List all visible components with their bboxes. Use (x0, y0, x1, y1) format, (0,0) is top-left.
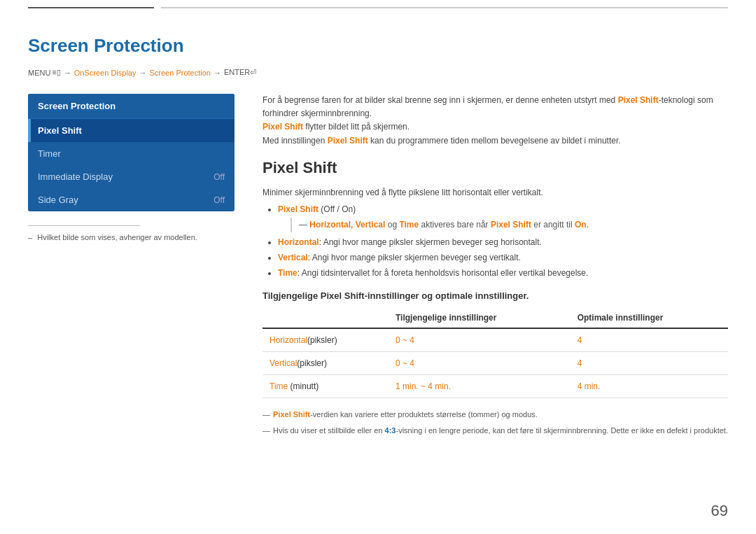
header-section: Screen Protection MENU ≡▯ → OnScreen Dis… (28, 35, 728, 87)
menu-item-immediate-label: Immediate Display (38, 171, 113, 182)
table-cell-time-available: 1 min. ~ 4 min. (388, 375, 570, 398)
section-title: Pixel Shift (262, 159, 728, 177)
sub-hl-ps: Pixel Shift (491, 220, 531, 230)
menu-item-sidegray-value: Off (214, 195, 225, 205)
footnote-section: ― Pixel Shift-verdien kan variere etter … (262, 408, 728, 440)
highlight-pixelshift-2: Pixel Shift (262, 122, 303, 132)
footnote-1: ― Pixel Shift-verdien kan variere etter … (262, 408, 728, 421)
bullet-item-vertical: Vertical: Angi hvor mange piksler skjerm… (278, 251, 728, 266)
enter-label: ENTER⏎ (224, 68, 256, 77)
hl-vertical: Vertical (270, 358, 297, 368)
table-row-vertical: Vertical(piksler) 0 ~ 4 4 (262, 352, 728, 375)
table-col-label (262, 308, 388, 328)
bullet-hl-time: Time (278, 268, 298, 278)
hl-time: Time (270, 381, 288, 391)
table-cell-horizontal-optimal: 4 (570, 328, 728, 352)
sub-hl-time: Time (399, 220, 419, 230)
fn-text-1: Pixel Shift-verdien kan variere etter pr… (273, 408, 538, 421)
fn-text-2: Hvis du viser et stillbilde eller en 4:3… (273, 424, 728, 437)
table-cell-vertical-label: Vertical(piksler) (262, 352, 388, 375)
fn-hl-43: 4:3 (385, 426, 396, 435)
table-cell-time-label: Time (minutt) (262, 375, 388, 398)
fn-dash-1: ― (262, 408, 270, 421)
highlight-pixelshift-3: Pixel Shift (328, 136, 368, 146)
table-title: Tilgjengelige Pixel Shift-innstillinger … (262, 290, 728, 301)
fn-dash-2: ― (262, 424, 270, 437)
page-container: Screen Protection MENU ≡▯ → OnScreen Dis… (28, 14, 728, 520)
table-row-horizontal: Horizontal(piksler) 0 ~ 4 4 (262, 328, 728, 352)
bullet-intro: Minimer skjerminnbrenning ved å flytte p… (262, 185, 728, 199)
menu-item-timer-label: Timer (38, 148, 61, 159)
right-panel: For å begrense faren for at bilder skal … (262, 94, 728, 520)
arrow-2: → (139, 69, 146, 77)
menu-item-sidegray-label: Side Gray (38, 195, 78, 205)
hl-horizontal: Horizontal (270, 335, 307, 345)
arrow-1: → (64, 69, 71, 77)
intro-line-2: Pixel Shift flytter bildet litt på skjer… (262, 120, 728, 134)
breadcrumb: MENU ≡▯ → OnScreen Display → Screen Prot… (28, 68, 728, 77)
page-number: 69 (711, 502, 728, 520)
table-cell-vertical-available: 0 ~ 4 (388, 352, 570, 375)
bullet-item-time: Time: Angi tidsintervallet for å foreta … (278, 266, 728, 281)
bullet-hl-vertical: Vertical (278, 253, 308, 262)
menu-item-pixelshift-label: Pixel Shift (38, 125, 82, 136)
bullet-list: Pixel Shift (Off / On) ― Horizontal, Ver… (262, 202, 728, 281)
highlight-pixelshift-1: Pixel Shift (618, 95, 659, 105)
bullet-item-pixelshift: Pixel Shift (Off / On) (278, 202, 728, 218)
table-header-row: Tilgjengelige innstillinger Optimale inn… (262, 308, 728, 328)
sub-hl-hv: Horizontal, Vertical (309, 220, 385, 230)
fn-hl-pixelshift: Pixel Shift (273, 410, 310, 419)
intro-text: For å begrense faren for at bilder skal … (262, 94, 728, 148)
note-text: – Hvilket bilde som vises, avhenger av m… (28, 233, 234, 241)
data-table: Tilgjengelige innstillinger Optimale inn… (262, 308, 728, 398)
table-cell-horizontal-label: Horizontal(piksler) (262, 328, 388, 352)
menu-item-pixelshift[interactable]: Pixel Shift (28, 119, 234, 142)
table-cell-horizontal-available: 0 ~ 4 (388, 328, 570, 352)
sub-hl-on: On (575, 220, 587, 230)
menu-box-header: Screen Protection (28, 94, 234, 119)
menu-symbol: ≡▯ (52, 68, 60, 77)
left-panel: Screen Protection Pixel Shift Timer Imme… (28, 94, 234, 520)
menu-icon: MENU (28, 69, 50, 77)
menu-item-immediate-value: Off (214, 172, 225, 182)
bullet-item-horizontal: Horizontal: Angi hvor mange piksler skje… (278, 235, 728, 251)
nav-screenprotection[interactable]: Screen Protection (149, 69, 210, 77)
table-cell-time-optimal: 4 min. (570, 375, 728, 398)
divider-line (28, 225, 140, 226)
menu-item-sidegray[interactable]: Side Gray Off (28, 188, 234, 211)
nav-onscreen[interactable]: OnScreen Display (74, 69, 136, 77)
page-title: Screen Protection (28, 35, 728, 57)
menu-box: Screen Protection Pixel Shift Timer Imme… (28, 94, 234, 211)
bullet-hl-horizontal: Horizontal (278, 237, 319, 247)
bullet-section: Minimer skjerminnbrenning ved å flytte p… (262, 185, 728, 281)
note-dash: – (28, 233, 32, 241)
arrow-3: → (214, 69, 221, 77)
table-col-optimal: Optimale innstillinger (570, 308, 728, 328)
sub-note: ― Horizontal, Vertical og Time aktiveres… (290, 218, 728, 233)
table-cell-vertical-optimal: 4 (570, 352, 728, 375)
footnote-2: ― Hvis du viser et stillbilde eller en 4… (262, 424, 728, 437)
table-col-available: Tilgjengelige innstillinger (388, 308, 570, 328)
note-content: Hvilket bilde som vises, avhenger av mod… (37, 233, 197, 241)
intro-line-3: Med innstillingen Pixel Shift kan du pro… (262, 134, 728, 148)
menu-item-immediate[interactable]: Immediate Display Off (28, 165, 234, 188)
table-row-time: Time (minutt) 1 min. ~ 4 min. 4 min. (262, 375, 728, 398)
top-line-right (161, 7, 728, 8)
menu-item-timer[interactable]: Timer (28, 142, 234, 165)
intro-line-1: For å begrense faren for at bilder skal … (262, 94, 728, 120)
bullet-hl-pixelshift: Pixel Shift (278, 204, 318, 214)
top-line-left (28, 7, 154, 8)
content-area: Screen Protection Pixel Shift Timer Imme… (28, 94, 728, 520)
